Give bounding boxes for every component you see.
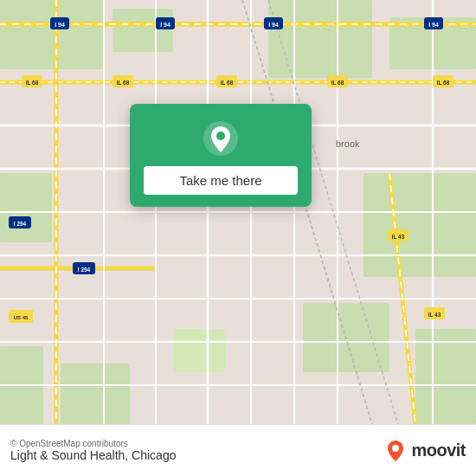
svg-point-68 bbox=[392, 445, 399, 452]
svg-text:I 94: I 94 bbox=[55, 22, 65, 28]
svg-text:I 94: I 94 bbox=[268, 22, 279, 28]
svg-text:I 94: I 94 bbox=[160, 22, 170, 28]
bottom-bar: © OpenStreetMap contributors Light & Sou… bbox=[0, 424, 476, 476]
svg-text:I 294: I 294 bbox=[14, 221, 27, 227]
svg-rect-5 bbox=[0, 173, 52, 242]
svg-text:I 294: I 294 bbox=[78, 267, 91, 273]
svg-rect-2 bbox=[113, 9, 173, 52]
svg-text:IL 68: IL 68 bbox=[437, 80, 450, 86]
svg-text:IL 68: IL 68 bbox=[221, 80, 234, 86]
moovit-brand-text: moovit bbox=[411, 441, 466, 460]
svg-text:brook: brook bbox=[336, 138, 360, 149]
svg-rect-8 bbox=[415, 329, 476, 424]
svg-rect-3 bbox=[268, 0, 372, 78]
moovit-logo[interactable]: moovit bbox=[383, 439, 466, 463]
svg-point-67 bbox=[216, 132, 225, 140]
svg-text:IL 43: IL 43 bbox=[392, 234, 405, 240]
moovit-pin-icon bbox=[383, 439, 408, 463]
map-svg: I 94 I 94 I 94 I 94 IL 68 IL 68 IL 68 IL… bbox=[0, 0, 476, 424]
map-container: I 94 I 94 I 94 I 94 IL 68 IL 68 IL 68 IL… bbox=[0, 0, 476, 424]
svg-text:IL 68: IL 68 bbox=[331, 80, 344, 86]
svg-text:IL 43: IL 43 bbox=[428, 312, 441, 318]
svg-rect-10 bbox=[61, 363, 130, 424]
svg-rect-6 bbox=[363, 173, 476, 277]
svg-rect-1 bbox=[0, 0, 104, 69]
popup-card: Take me there bbox=[130, 104, 312, 207]
svg-text:I 94: I 94 bbox=[428, 22, 439, 28]
take-me-there-button[interactable]: Take me there bbox=[144, 166, 298, 195]
svg-text:IL 68: IL 68 bbox=[26, 80, 39, 86]
place-label: Light & Sound Health, Chicago bbox=[10, 448, 176, 462]
osm-credit: © OpenStreetMap contributors bbox=[10, 439, 176, 448]
svg-text:US 45: US 45 bbox=[14, 315, 29, 320]
location-pin-icon bbox=[202, 119, 240, 158]
svg-text:IL 68: IL 68 bbox=[117, 80, 130, 86]
svg-rect-11 bbox=[173, 329, 225, 372]
bottom-left: © OpenStreetMap contributors Light & Sou… bbox=[10, 439, 176, 462]
